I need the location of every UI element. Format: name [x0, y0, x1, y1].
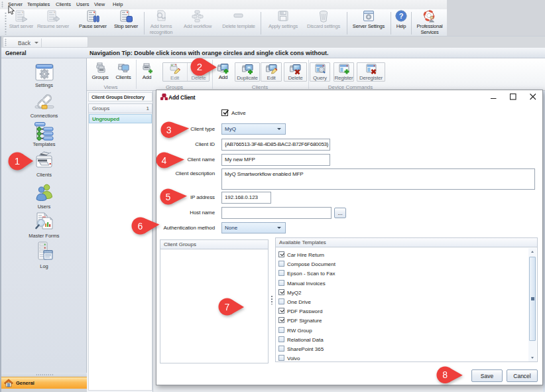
svg-text:5: 5 [166, 191, 171, 202]
svg-text:4: 4 [162, 155, 167, 166]
svg-text:3: 3 [166, 124, 172, 135]
svg-text:7: 7 [225, 302, 230, 312]
svg-text:8: 8 [442, 369, 448, 380]
svg-text:?: ? [399, 12, 404, 20]
svg-text:1: 1 [14, 155, 19, 166]
svg-text:2: 2 [197, 61, 202, 72]
svg-text:6: 6 [137, 220, 143, 231]
